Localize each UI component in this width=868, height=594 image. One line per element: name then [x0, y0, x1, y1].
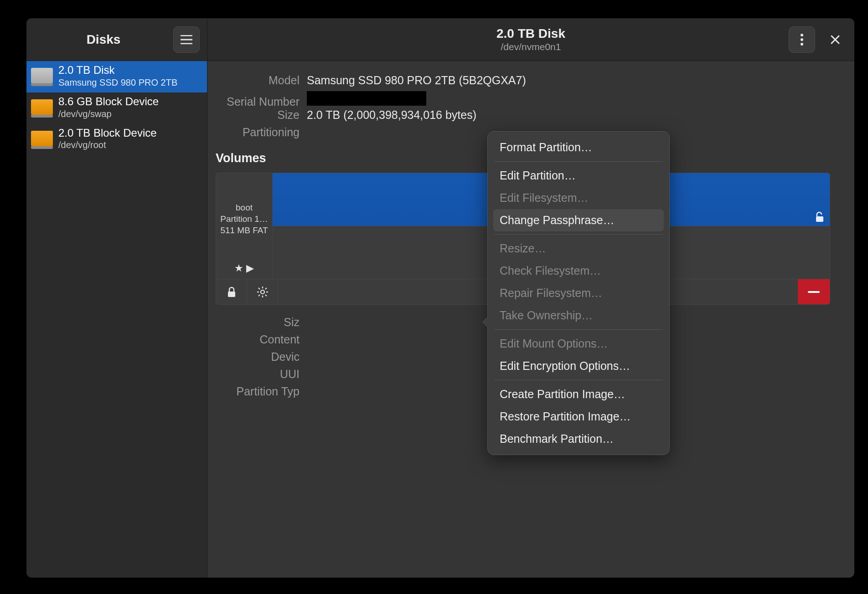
volume-context-menu: Format Partition… Edit Partition… Edit F…: [487, 131, 670, 455]
drive-details: Model Samsung SSD 980 PRO 2TB (5B2QGXA7)…: [207, 61, 854, 143]
sidebar-title: Disks: [34, 32, 173, 47]
minus-icon: [808, 291, 820, 293]
model-label: Model: [216, 74, 307, 87]
disk-name: 8.6 GB Block Device: [58, 95, 159, 108]
menu-edit-partition[interactable]: Edit Partition…: [493, 164, 664, 187]
disk-name: 2.0 TB Disk: [58, 64, 177, 77]
serial-label: Serial Number: [216, 95, 307, 108]
menu-repair-filesystem: Repair Filesystem…: [493, 282, 664, 304]
gear-icon: [257, 286, 269, 298]
menu-separator: [494, 161, 663, 162]
sel-ptype-label: Partition Typ: [216, 385, 307, 398]
partition-boot[interactable]: boot Partition 1… 511 MB FAT ★ ▶: [216, 173, 273, 279]
app-window: Disks 2.0 TB Disk Samsung SSD 980 PRO 2T…: [26, 18, 854, 578]
boot-flags: ★ ▶: [234, 262, 254, 275]
menu-edit-encryption-options[interactable]: Edit Encryption Options…: [493, 355, 664, 377]
disk-name: 2.0 TB Block Device: [58, 127, 157, 140]
svg-rect-4: [228, 292, 235, 297]
close-icon: [830, 35, 840, 45]
menu-check-filesystem: Check Filesystem…: [493, 260, 664, 282]
disk-sub: /dev/vg/swap: [58, 108, 159, 119]
hdd-icon: [31, 68, 53, 83]
hamburger-icon: [181, 35, 192, 44]
menu-benchmark-partition[interactable]: Benchmark Partition…: [493, 428, 664, 450]
page-title: 2.0 TB Disk: [207, 26, 854, 41]
sel-contents-label: Content: [216, 333, 307, 346]
lock-icon: [227, 287, 236, 297]
svg-point-0: [801, 34, 803, 36]
menu-separator: [494, 234, 663, 235]
menu-restore-partition-image[interactable]: Restore Partition Image…: [493, 405, 664, 428]
boot-fs-line: 511 MB FAT: [220, 225, 268, 236]
sidebar: Disks 2.0 TB Disk Samsung SSD 980 PRO 2T…: [26, 18, 207, 578]
block-device-icon: [31, 131, 53, 146]
svg-line-13: [258, 295, 260, 296]
svg-rect-3: [816, 216, 823, 222]
menu-resize: Resize…: [493, 237, 664, 260]
size-label: Size: [216, 108, 307, 122]
kebab-icon: [800, 33, 804, 46]
size-value: 2.0 TB (2,000,398,934,016 bytes): [307, 108, 476, 122]
serial-masked: [307, 91, 426, 106]
sel-uuid-label: UUI: [216, 368, 307, 381]
partitioning-label: Partitioning: [216, 126, 307, 139]
menu-create-partition-image[interactable]: Create Partition Image…: [493, 383, 664, 405]
volume-settings-button[interactable]: [247, 279, 278, 304]
disk-sub: Samsung SSD 980 PRO 2TB: [58, 77, 177, 88]
menu-format-partition[interactable]: Format Partition…: [493, 136, 664, 159]
svg-point-2: [801, 43, 803, 46]
menu-separator: [494, 380, 663, 380]
svg-line-10: [258, 288, 260, 289]
disk-list: 2.0 TB Disk Samsung SSD 980 PRO 2TB 8.6 …: [26, 61, 207, 155]
sidebar-header: Disks: [26, 18, 207, 61]
svg-rect-14: [808, 291, 820, 293]
svg-line-12: [265, 288, 267, 289]
block-device-icon: [31, 99, 53, 115]
app-menu-button[interactable]: [173, 26, 200, 53]
svg-line-11: [265, 295, 267, 296]
menu-edit-mount-options: Edit Mount Options…: [493, 333, 664, 355]
menu-edit-filesystem: Edit Filesystem…: [493, 187, 664, 209]
sel-size-label: Siz: [216, 316, 307, 329]
main-content: 2.0 TB Disk /dev/nvme0n1 Model: [207, 18, 854, 578]
model-value: Samsung SSD 980 PRO 2TB (5B2QGXA7): [307, 74, 526, 87]
delete-partition-button[interactable]: [798, 279, 830, 304]
drive-options-button[interactable]: [789, 26, 815, 53]
unlock-icon: [815, 211, 824, 222]
serial-value: [307, 91, 426, 108]
disk-item-nvme[interactable]: 2.0 TB Disk Samsung SSD 980 PRO 2TB: [26, 61, 207, 92]
sel-device-label: Devic: [216, 350, 307, 364]
disk-item-swap[interactable]: 8.6 GB Block Device /dev/vg/swap: [26, 92, 207, 124]
main-header: 2.0 TB Disk /dev/nvme0n1: [207, 18, 854, 61]
menu-take-ownership: Take Ownership…: [493, 304, 664, 327]
disk-sub: /dev/vg/root: [58, 139, 157, 150]
menu-pointer: [483, 317, 488, 328]
page-subtitle: /dev/nvme0n1: [207, 41, 854, 52]
close-button[interactable]: [824, 29, 846, 51]
menu-separator: [494, 329, 663, 330]
lock-button[interactable]: [216, 279, 247, 304]
boot-partition-line: Partition 1…: [220, 214, 268, 224]
disk-item-root[interactable]: 2.0 TB Block Device /dev/vg/root: [26, 124, 207, 155]
svg-point-5: [261, 290, 264, 294]
svg-point-1: [801, 38, 803, 41]
boot-title: boot: [220, 203, 268, 213]
menu-change-passphrase[interactable]: Change Passphrase…: [493, 209, 664, 231]
